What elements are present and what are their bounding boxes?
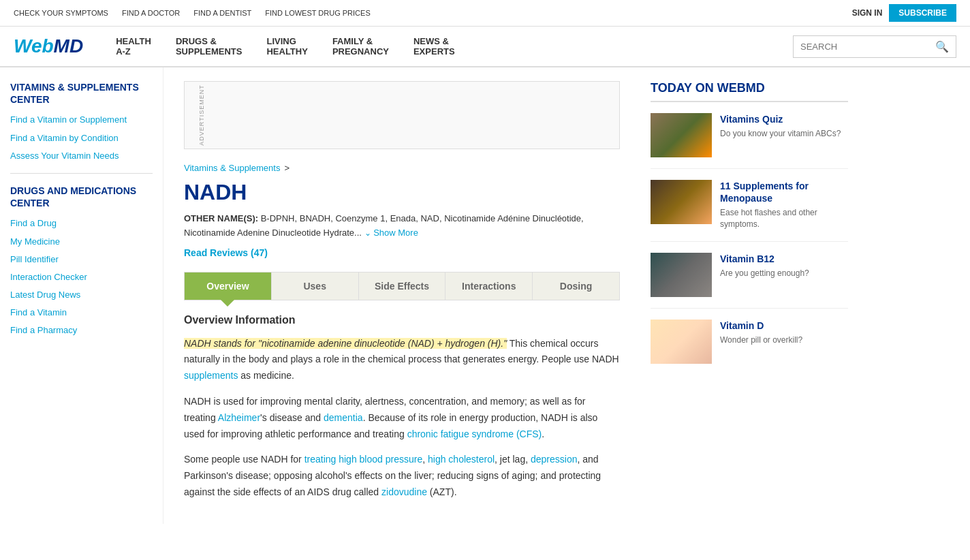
page-layout: VITAMINS & SUPPLEMENTS CENTER Find a Vit… [0,67,970,524]
nav-living[interactable]: LIVINGHEALTHY [254,27,319,66]
depression-link[interactable]: depression [531,454,578,465]
paragraph-1: NADH stands for "nicotinamide adenine di… [184,336,620,384]
ad-label: ADVERTISEMENT [198,84,205,145]
other-names-label: OTHER NAME(S): [184,213,258,223]
card-vitamins-quiz-image [651,113,712,157]
search-box: 🔍 [793,35,956,58]
overview-title: Overview Information [184,314,620,326]
card-vitamind-content: Vitamin D Wonder pill or overkill? [720,320,848,364]
card-vitamins-quiz-content: Vitamins Quiz Do you know your vitamin A… [720,113,848,157]
high-bp-link[interactable]: treating high blood pressure [304,454,423,465]
sign-in-button[interactable]: SIGN IN [852,8,883,18]
sidebar-interaction-checker[interactable]: Interaction Checker [10,271,153,283]
sidebar-my-medicine[interactable]: My Medicine [10,236,153,248]
search-button[interactable]: 🔍 [935,40,949,53]
read-reviews-link[interactable]: Read Reviews (47) [184,247,268,258]
card-vitamin-b12[interactable]: Vitamin B12 Are you getting enough? [651,253,848,309]
card-vitamins-quiz-desc: Do you know your vitamin ABCs? [720,128,848,140]
overview-content: Overview Information NADH stands for "ni… [184,314,620,501]
sidebar-assess-vitamin[interactable]: Assess Your Vitamin Needs [10,150,153,162]
sidebar-latest-drug-news[interactable]: Latest Drug News [10,289,153,301]
sidebar-divider [10,173,153,174]
cholesterol-link[interactable]: high cholesterol [428,454,495,465]
chevron-down-icon: ⌄ [364,228,371,238]
vitamins-section-title: VITAMINS & SUPPLEMENTS CENTER [10,81,153,106]
card-menopause-image [651,180,712,224]
breadcrumb-parent-link[interactable]: Vitamins & Supplements [184,163,280,173]
search-input[interactable] [800,42,935,52]
sidebar-pill-identifier[interactable]: Pill Identifier [10,253,153,266]
supplements-link[interactable]: supplements [184,370,238,381]
right-sidebar: TODAY ON WEBMD Vitamins Quiz Do you know… [640,67,858,524]
search-icon: 🔍 [935,41,949,52]
zidovudine-link[interactable]: zidovudine [381,486,427,497]
card-menopause[interactable]: 11 Supplements for Menopause Ease hot fl… [651,180,848,242]
check-symptoms-link[interactable]: CHECK YOUR SYMPTOMS [14,9,108,17]
page-title: NADH [184,180,620,205]
drugs-section-title: DRUGS AND MEDICATIONS CENTER [10,185,153,209]
sidebar-find-pharmacy[interactable]: Find a Pharmacy [10,324,153,337]
card-menopause-desc: Ease hot flashes and other symptoms. [720,207,848,230]
card-b12-desc: Are you getting enough? [720,268,848,279]
tab-uses[interactable]: Uses [272,273,359,300]
sidebar-find-vitamin-link[interactable]: Find a Vitamin [10,307,153,319]
card-menopause-title: 11 Supplements for Menopause [720,180,848,204]
card-menopause-content: 11 Supplements for Menopause Ease hot fl… [720,180,848,230]
breadcrumb: Vitamins & Supplements > [184,163,620,173]
sidebar-find-vitamin-condition[interactable]: Find a Vitamin by Condition [10,132,153,144]
tabs: Overview Uses Side Effects Interactions … [184,272,620,300]
card-vitamin-d[interactable]: Vitamin D Wonder pill or overkill? [651,320,848,375]
alzheimers-link[interactable]: Alzheimer [218,412,260,423]
top-bar-right: SIGN IN SUBSCRIBE [852,4,956,22]
card-vitamins-quiz-title: Vitamins Quiz [720,113,848,125]
nav-news[interactable]: NEWS &EXPERTS [401,27,467,66]
card-b12-content: Vitamin B12 Are you getting enough? [720,253,848,297]
find-dentist-link[interactable]: FIND A DENTIST [193,9,251,17]
card-vitamind-desc: Wonder pill or overkill? [720,335,848,346]
find-drug-prices-link[interactable]: FIND LOWEST DRUG PRICES [265,9,370,17]
nav-health-az[interactable]: HEALTHA-Z [104,27,163,66]
advertisement-banner: ADVERTISEMENT [184,81,620,149]
tab-interactions[interactable]: Interactions [445,273,533,300]
tab-dosing[interactable]: Dosing [533,273,619,300]
subscribe-button[interactable]: SUBSCRIBE [889,4,956,22]
cfs-link[interactable]: chronic fatigue syndrome (CFS) [407,429,542,439]
card-vitamind-image [651,320,712,364]
left-sidebar: VITAMINS & SUPPLEMENTS CENTER Find a Vit… [0,67,163,524]
breadcrumb-separator: > [284,163,290,173]
top-bar: CHECK YOUR SYMPTOMS FIND A DOCTOR FIND A… [0,0,970,27]
nav-drugs[interactable]: DRUGS &SUPPLEMENTS [163,27,255,66]
tab-overview[interactable]: Overview [185,273,272,300]
card-vitamins-quiz[interactable]: Vitamins Quiz Do you know your vitamin A… [651,113,848,169]
card-b12-title: Vitamin B12 [720,253,848,265]
show-more-link[interactable]: ⌄ Show More [364,228,418,238]
nav-links: HEALTHA-Z DRUGS &SUPPLEMENTS LIVINGHEALT… [104,27,793,66]
top-bar-links: CHECK YOUR SYMPTOMS FIND A DOCTOR FIND A… [14,9,371,17]
card-b12-image [651,253,712,297]
main-content: ADVERTISEMENT Vitamins & Supplements > N… [163,67,640,524]
tab-side-effects[interactable]: Side Effects [359,273,446,300]
paragraph-1-highlighted: NADH stands for "nicotinamide adenine di… [184,338,507,349]
sidebar-find-vitamin[interactable]: Find a Vitamin or Supplement [10,114,153,126]
find-doctor-link[interactable]: FIND A DOCTOR [122,9,180,17]
today-on-webmd-title: TODAY ON WEBMD [651,81,848,102]
card-vitamind-title: Vitamin D [720,320,848,332]
nav-family[interactable]: FAMILY &PREGNANCY [320,27,401,66]
sidebar-find-drug[interactable]: Find a Drug [10,217,153,230]
logo[interactable]: WebMD [14,29,83,64]
other-names: OTHER NAME(S): B-DPNH, BNADH, Coenzyme 1… [184,212,620,240]
paragraph-3: Some people use NADH for treating high b… [184,452,620,500]
paragraph-2: NADH is used for improving mental clarit… [184,394,620,442]
dementia-link[interactable]: dementia [324,412,363,423]
main-nav: WebMD HEALTHA-Z DRUGS &SUPPLEMENTS LIVIN… [0,27,970,67]
show-more-label: Show More [373,228,418,238]
